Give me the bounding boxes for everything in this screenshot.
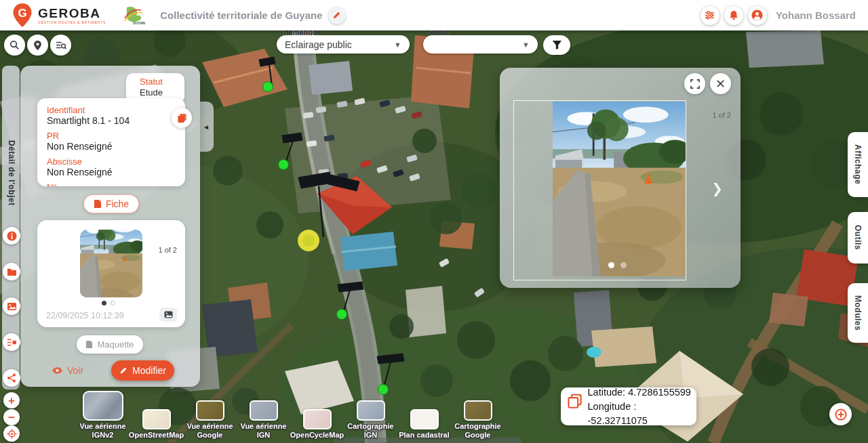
voir-button[interactable]: Voir <box>52 365 83 376</box>
object-detail-panel: Statut Etude Identifiant Smartlight 8.1 … <box>20 66 200 387</box>
brand-tagline: GESTION ROUTES & BÂTIMENTS <box>38 20 106 24</box>
pencil-icon <box>119 366 127 375</box>
maquette-button-label: Maquette <box>97 339 134 350</box>
open-gallery-button[interactable] <box>159 308 177 322</box>
tab-affichage[interactable]: Affichage <box>848 132 868 197</box>
basemap-vue-aerienne-ign[interactable]: Vue aérienne IGN <box>237 400 290 440</box>
object-photo[interactable] <box>553 102 686 276</box>
document-icon <box>85 340 93 349</box>
zoom-in-button[interactable]: + <box>3 392 20 408</box>
copy-icon <box>177 113 187 123</box>
minus-icon: − <box>8 412 15 423</box>
tab-outils[interactable]: Outils <box>848 212 868 263</box>
copy-object-button[interactable] <box>172 108 192 128</box>
status-label: Statut <box>140 77 178 87</box>
locate-search-button[interactable] <box>27 35 48 56</box>
panel-collapse-tab[interactable]: ◄ <box>200 102 214 152</box>
carousel-dot[interactable] <box>608 262 614 268</box>
basemap-vue-aerienne-ignv2[interactable]: Vue aérienne IGNv2 <box>76 391 130 440</box>
image-icon <box>7 302 17 311</box>
basemap-label: Cartographie IGN <box>344 422 397 440</box>
settings-button[interactable] <box>701 6 719 25</box>
tab-modules[interactable]: Modules <box>848 283 868 343</box>
next-photo-button[interactable]: ❯ <box>711 180 723 196</box>
field-label: PR <box>47 131 176 141</box>
map-marker[interactable] <box>337 310 347 320</box>
thematique-select[interactable]: Eclairage public ▼ <box>277 35 410 54</box>
copy-coordinates-icon[interactable] <box>568 394 583 410</box>
basemap-thumbnail[interactable] <box>250 400 278 421</box>
search-button[interactable] <box>4 35 25 56</box>
info-button[interactable] <box>3 227 20 245</box>
map-marker-selected-core[interactable] <box>302 234 315 247</box>
zoom-out-button[interactable]: − <box>3 409 20 425</box>
close-button[interactable] <box>710 73 731 94</box>
modifier-button[interactable]: Modifier <box>111 360 174 381</box>
latitude-value: Latitude: 4.7286155599 <box>588 385 697 400</box>
photo-counter: 1 of 2 <box>158 246 177 254</box>
statut-select[interactable]: ▼ <box>423 35 538 54</box>
funnel-icon <box>552 40 562 50</box>
swimming-pool <box>587 347 601 358</box>
carousel-dot[interactable] <box>620 262 627 268</box>
list-search-button[interactable] <box>50 35 71 56</box>
list-search-icon <box>56 41 66 50</box>
basemap-thumbnail[interactable] <box>83 391 123 421</box>
edit-title-button[interactable] <box>328 7 346 24</box>
field-value: Non Renseigné <box>47 141 176 152</box>
basemap-thumbnail[interactable] <box>303 409 332 429</box>
map-search-tools <box>4 35 71 56</box>
field-label: Identifiant <box>47 105 176 115</box>
basemap-thumbnail[interactable] <box>357 400 385 421</box>
notifications-button[interactable] <box>724 6 743 25</box>
basemap-thumbnail[interactable] <box>464 400 492 421</box>
account-button[interactable] <box>748 6 767 25</box>
basemap-plan-cadastral[interactable]: Plan cadastral <box>397 409 451 440</box>
basemap-thumbnail[interactable] <box>410 409 439 429</box>
add-object-button[interactable] <box>829 403 852 425</box>
basemap-switcher: Vue aérienne IGNv2 OpenStreetMap Vue aér… <box>76 391 505 440</box>
carousel-dots <box>102 301 115 305</box>
object-photo-thumbnail[interactable] <box>80 230 142 297</box>
photo-timestamp: 22/09/2025 10:12:39 <box>46 311 124 320</box>
fullscreen-button[interactable] <box>684 73 705 94</box>
filter-button[interactable] <box>543 35 570 55</box>
basemap-label: OpenStreetMap <box>129 431 184 440</box>
basemap-label: Cartographie Google <box>451 422 505 440</box>
locate-button[interactable] <box>3 425 20 442</box>
basemap-thumbnail[interactable] <box>196 400 224 421</box>
app-screen: G GEROBA GESTION ROUTES & BÂTIMENTS GUYA… <box>0 0 868 443</box>
longitude-value: Longitude : -52.32711075 <box>588 400 697 428</box>
carousel-dot[interactable] <box>111 301 115 305</box>
plus-icon: + <box>8 395 15 406</box>
basemap-opencyclemap[interactable]: OpenCycleMap <box>290 409 344 440</box>
geroba-pin-icon: G <box>12 3 33 28</box>
chevron-down-icon: ▼ <box>394 41 401 49</box>
folder-icon <box>7 268 17 276</box>
basemap-vue-aerienne-google[interactable]: Vue aérienne Google <box>183 400 237 440</box>
chevron-left-icon: ◄ <box>203 123 210 131</box>
share-button[interactable] <box>3 369 20 387</box>
map-marker[interactable] <box>279 160 289 170</box>
map-marker[interactable] <box>263 82 273 92</box>
carousel-dot[interactable] <box>102 301 106 305</box>
basemap-cartographie-ign[interactable]: Cartographie IGN <box>344 400 397 440</box>
basemap-cartographie-google[interactable]: Cartographie Google <box>451 400 505 440</box>
target-icon <box>7 429 17 439</box>
documents-button[interactable] <box>3 263 20 280</box>
basemap-thumbnail[interactable] <box>142 409 171 429</box>
fiche-button-label: Fiche <box>106 198 129 209</box>
fiche-button[interactable]: Fiche <box>83 194 139 213</box>
maquette-button[interactable]: Maquette <box>77 335 143 354</box>
user-name: Yohann Bossard <box>776 9 856 21</box>
photos-button[interactable] <box>3 297 20 315</box>
basemap-label: Plan cadastral <box>399 431 450 440</box>
object-fields-card: Identifiant Smartlight 8.1 - 104 PR Non … <box>37 98 185 186</box>
basemap-openstreetmap[interactable]: OpenStreetMap <box>130 409 183 440</box>
gallery-list-button[interactable] <box>3 333 20 351</box>
tab-label: Affichage <box>853 144 863 184</box>
field-label: Abscisse <box>47 156 176 167</box>
gallery-list-icon <box>7 338 17 347</box>
rail-title: Détail de l'objet <box>7 140 16 206</box>
basemap-label: Vue aérienne Google <box>183 422 237 440</box>
